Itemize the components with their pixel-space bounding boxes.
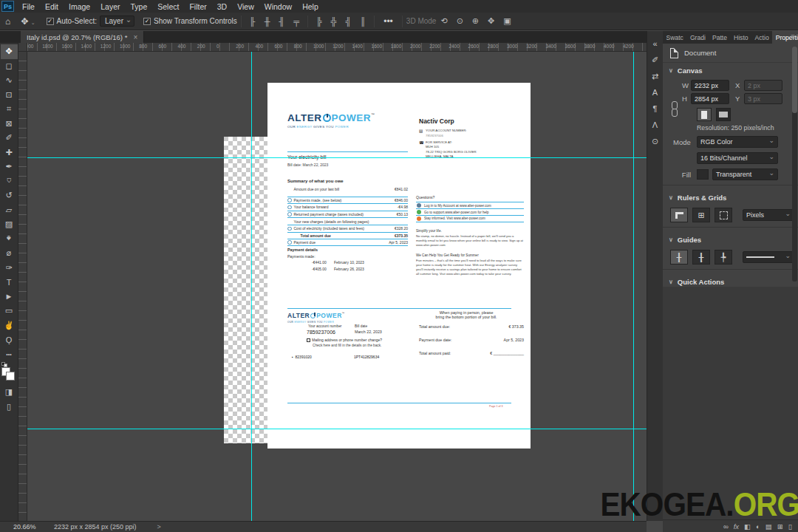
close-tab-icon[interactable]: × xyxy=(133,33,137,41)
canvas-section-header[interactable]: ∨ Canvas xyxy=(663,63,798,78)
adjustment-layer-icon[interactable]: ◐ xyxy=(756,522,760,531)
more-options-icon[interactable]: ••• xyxy=(378,16,398,27)
brush-settings-panel-icon[interactable]: ✐ xyxy=(648,52,663,68)
canvas-area[interactable]: ALTERPOWER™ OUR ENERGY GIVES YOU POWER N… xyxy=(27,52,647,521)
object-selection-tool[interactable]: ⊡ xyxy=(1,88,18,103)
status-chevron-icon[interactable]: > xyxy=(157,523,161,531)
rulers-grids-section-header[interactable]: ∨ Rulers & Grids xyxy=(663,190,798,205)
menu-image[interactable]: Image xyxy=(64,2,95,11)
layer-mask-icon[interactable]: ◧ xyxy=(744,522,751,531)
layer-effects-icon[interactable]: fx xyxy=(734,522,739,531)
guide-style-dropdown[interactable] xyxy=(743,251,794,263)
move-tool[interactable]: ✥ xyxy=(1,44,18,59)
delete-layer-icon[interactable]: ▯ xyxy=(788,522,792,531)
3d-rotate-icon[interactable]: ⟲ xyxy=(436,16,451,26)
distribute-vertical-icon[interactable]: ║ xyxy=(355,17,370,26)
clear-guides-button[interactable]: ╄ xyxy=(715,250,732,265)
eraser-tool[interactable]: ▱ xyxy=(1,203,18,218)
height-field[interactable]: 2854 px xyxy=(691,93,729,104)
eyedropper-tool[interactable]: ✐ xyxy=(1,131,18,146)
path-selection-tool[interactable]: ► xyxy=(1,290,18,304)
tool-presets-panel-icon[interactable]: ⇄ xyxy=(648,68,663,84)
menu-layer[interactable]: Layer xyxy=(95,2,125,11)
quick-mask-button[interactable]: ◨ xyxy=(1,385,18,400)
width-field[interactable]: 2232 px xyxy=(691,80,729,91)
properties-scrollbar[interactable] xyxy=(792,47,797,282)
menu-type[interactable]: Type xyxy=(125,2,152,11)
horizontal-ruler[interactable]: 2000180016001400120010008006004002000200… xyxy=(18,43,647,52)
distribute-center-icon[interactable]: ╬ xyxy=(327,17,341,26)
show-transform-checkbox[interactable]: ✓ xyxy=(143,18,151,25)
fill-dropdown[interactable]: Transparent xyxy=(712,168,778,180)
history-brush-tool[interactable]: ↺ xyxy=(1,188,18,203)
dodge-tool[interactable]: ⌀ xyxy=(1,246,18,261)
distribute-left-icon[interactable]: ╠ xyxy=(312,17,327,26)
tab-swatc[interactable]: Swatc xyxy=(663,31,686,44)
menu-file[interactable]: File xyxy=(17,2,40,11)
frame-tool[interactable]: ⊠ xyxy=(1,117,18,132)
auto-select-target-dropdown[interactable]: Layer xyxy=(100,16,134,27)
paragraph-panel-icon[interactable]: ¶ xyxy=(648,100,663,117)
color-mode-dropdown[interactable]: RGB Color xyxy=(697,136,778,148)
align-horizontal-centers-icon[interactable]: ╫ xyxy=(260,17,275,26)
bit-depth-dropdown[interactable]: 16 Bits/Channel xyxy=(697,152,778,164)
guide-vertical-1[interactable] xyxy=(251,52,252,521)
pen-tool[interactable]: ✑ xyxy=(1,261,18,276)
libraries-panel-icon[interactable]: ⊙ xyxy=(648,133,663,149)
distribute-right-icon[interactable]: ╣ xyxy=(341,17,356,26)
menu-window[interactable]: Window xyxy=(259,2,297,11)
landscape-orientation-button[interactable] xyxy=(716,108,731,121)
collapse-panels-icon[interactable]: « xyxy=(648,35,663,52)
lock-guides-button[interactable]: ╂̦ xyxy=(692,250,710,265)
zoom-level-field[interactable]: 20.66% xyxy=(13,523,54,531)
screen-mode-button[interactable]: ▯ xyxy=(1,400,18,415)
blur-tool[interactable]: ♠ xyxy=(1,232,18,247)
zoom-tool[interactable]: Ǫ xyxy=(1,332,18,347)
3d-scale-icon[interactable]: ▣ xyxy=(499,16,515,26)
menu-help[interactable]: Help xyxy=(297,2,324,11)
guide-horizontal-1[interactable] xyxy=(27,157,647,158)
units-dropdown[interactable]: Pixels xyxy=(743,209,794,221)
tab-histo[interactable]: Histo xyxy=(731,31,752,44)
transparent-canvas-region[interactable] xyxy=(224,137,267,443)
clone-stamp-tool[interactable]: ⌂ xyxy=(1,174,18,189)
align-right-edges-icon[interactable]: ╢ xyxy=(274,17,289,26)
3d-drag-icon[interactable]: ⊕ xyxy=(468,16,483,26)
document-page[interactable]: ALTERPOWER™ OUR ENERGY GIVES YOU POWER N… xyxy=(267,83,531,449)
background-color-swatch[interactable] xyxy=(6,372,15,381)
document-tab[interactable]: Italy id.psd @ 20.7% (RGB/16) * × xyxy=(21,31,144,43)
menu-edit[interactable]: Edit xyxy=(40,2,64,11)
menu-select[interactable]: Select xyxy=(152,2,184,11)
guide-vertical-2[interactable] xyxy=(633,52,634,521)
brush-tool[interactable]: ✒ xyxy=(1,160,18,174)
menu-view[interactable]: View xyxy=(232,2,259,11)
rectangle-tool[interactable]: ▭ xyxy=(1,304,18,318)
marquee-tool[interactable]: ◻ xyxy=(1,59,18,74)
tab-actio[interactable]: Actio xyxy=(751,31,772,44)
link-dimensions-icon[interactable] xyxy=(672,101,678,117)
character-panel-icon[interactable]: A xyxy=(648,84,663,100)
portrait-orientation-button[interactable] xyxy=(697,108,712,121)
align-top-edges-icon[interactable]: ╤ xyxy=(289,17,304,26)
healing-brush-tool[interactable]: ✚ xyxy=(1,146,18,160)
fill-swatch[interactable] xyxy=(697,169,709,180)
type-tool[interactable]: T xyxy=(1,275,18,290)
ruler-corner[interactable] xyxy=(18,43,27,52)
panel-menu-icon[interactable]: ≡ xyxy=(791,33,795,41)
toggle-pixel-grid-button[interactable] xyxy=(715,208,732,222)
quick-actions-section-header[interactable]: ∨ Quick Actions xyxy=(663,274,798,287)
vertical-ruler[interactable] xyxy=(18,52,27,521)
toggle-guides-button[interactable]: ╂ xyxy=(670,250,688,265)
layer-group-icon[interactable]: ▤ xyxy=(765,522,772,531)
move-tool-icon[interactable]: ✥ ⌄ xyxy=(16,16,40,27)
toggle-rulers-button[interactable] xyxy=(670,208,688,222)
lasso-tool[interactable]: ∿ xyxy=(1,73,18,88)
3d-slide-icon[interactable]: ✥ xyxy=(483,16,499,26)
crop-tool[interactable]: ⌗ xyxy=(1,102,18,117)
home-icon[interactable]: ⌂ xyxy=(0,16,16,27)
guide-horizontal-2[interactable] xyxy=(27,429,647,429)
menu-3d[interactable]: 3D xyxy=(212,2,232,11)
menu-filter[interactable]: Filter xyxy=(184,2,211,11)
toggle-grid-button[interactable]: ⊞ xyxy=(692,208,710,222)
align-left-edges-icon[interactable]: ╟ xyxy=(245,17,260,26)
